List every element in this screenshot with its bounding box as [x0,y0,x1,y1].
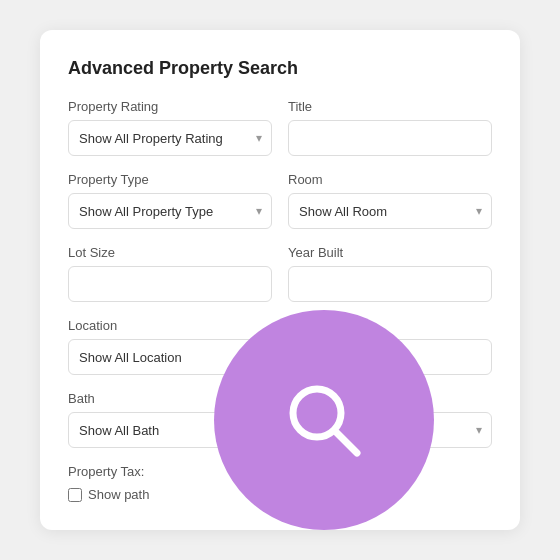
row-3: Lot Size Year Built [68,245,492,302]
property-rating-group: Property Rating Show All Property Rating [68,99,272,156]
property-rating-select-wrapper: Show All Property Rating [68,120,272,156]
row-1: Property Rating Show All Property Rating… [68,99,492,156]
search-icon [279,375,369,465]
property-type-group: Property Type Show All Property Type [68,172,272,229]
room-group: Room Show All Room [288,172,492,229]
room-select[interactable]: Show All Room [288,193,492,229]
lot-size-group: Lot Size [68,245,272,302]
show-path-text: Show path [88,487,149,502]
lot-size-input[interactable] [68,266,272,302]
title-group: Title [288,99,492,156]
search-overlay-circle [214,310,434,530]
card-title: Advanced Property Search [68,58,492,79]
show-path-checkbox[interactable] [68,488,82,502]
property-rating-select[interactable]: Show All Property Rating [68,120,272,156]
lot-size-label: Lot Size [68,245,272,260]
room-select-wrapper: Show All Room [288,193,492,229]
location-label: Location [68,318,272,333]
title-input[interactable] [288,120,492,156]
room-label: Room [288,172,492,187]
row-2: Property Type Show All Property Type Roo… [68,172,492,229]
property-type-label: Property Type [68,172,272,187]
year-built-label: Year Built [288,245,492,260]
property-type-select[interactable]: Show All Property Type [68,193,272,229]
property-rating-label: Property Rating [68,99,272,114]
year-built-group: Year Built [288,245,492,302]
title-label: Title [288,99,492,114]
svg-line-1 [335,431,357,453]
year-built-input[interactable] [288,266,492,302]
property-type-select-wrapper: Show All Property Type [68,193,272,229]
